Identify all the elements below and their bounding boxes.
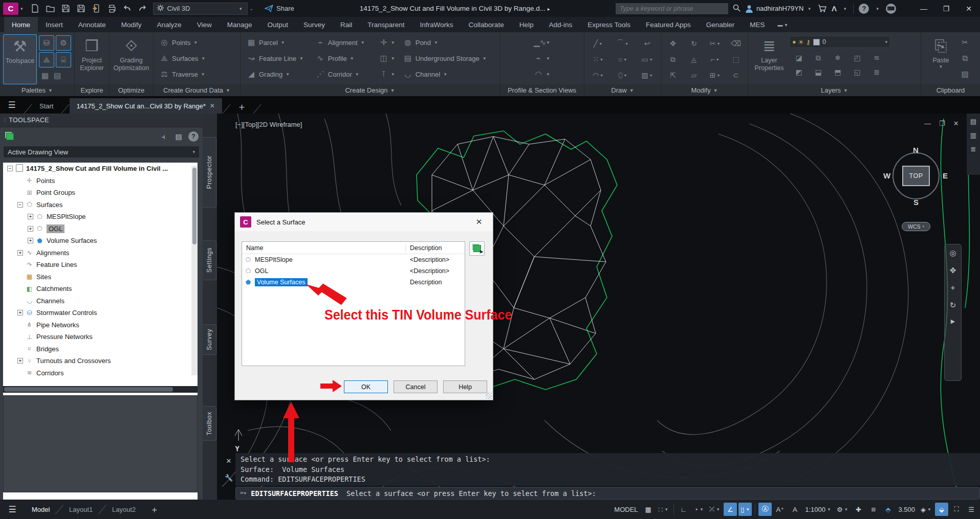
stretch-icon[interactable]: ⇱ [663, 67, 683, 83]
tree-item-stormwater-controls[interactable]: +⛁Stormwater Controls [3, 307, 198, 319]
qat-customize-caret[interactable]: ⌄ [248, 6, 256, 11]
layer-merge-icon[interactable]: ≣ [867, 65, 886, 79]
tree-item-corridors[interactable]: +≋Corridors [3, 367, 198, 379]
array-icon[interactable]: ⊞▼ [705, 67, 725, 83]
compass-east[interactable]: E [943, 171, 948, 180]
full-navigation-wheel-icon[interactable]: ◎ [949, 249, 956, 258]
panel-label-draw[interactable]: Draw▼ [584, 84, 661, 96]
project-explorer-button[interactable]: ❒ Project Explorer [78, 34, 106, 84]
layout-tab-layout1[interactable]: Layout1 [62, 500, 100, 519]
layer-lock-icon[interactable]: ◰ [847, 51, 867, 65]
workspace-selector[interactable]: Civil 3D ▾ [153, 3, 248, 15]
drawing-settings-icon[interactable]: ▦ [39, 70, 51, 82]
tree-item-mespltslope[interactable]: +⬠MESPltSlope [3, 211, 198, 223]
panel-label-palettes[interactable]: Palettes▼ [0, 84, 74, 96]
statusbar-hamburger-icon[interactable]: ☰ [0, 504, 25, 515]
assistant-icon[interactable]: ⌨ [886, 4, 896, 14]
ortho-mode-toggle[interactable]: ∟ [677, 503, 690, 516]
expand-icon[interactable]: + [28, 214, 33, 219]
alignment-menu[interactable]: ⌁Alignment▼ [313, 35, 375, 50]
wcs-selector[interactable]: WCS▾ [902, 222, 930, 231]
layer-prev-icon[interactable]: ⬓ [809, 65, 828, 79]
layer-select[interactable]: ●☀⚷ 0 ▾ [789, 36, 890, 48]
compass-west[interactable]: W [883, 171, 890, 180]
ribbon-tab-manage[interactable]: Manage [220, 17, 260, 32]
layer-isolate-icon[interactable]: ⧉ [809, 51, 828, 65]
palette-icon[interactable]: ▤ [51, 70, 63, 82]
app-logo[interactable]: C [3, 3, 18, 15]
erase-icon[interactable]: ⌫ [726, 36, 746, 51]
expand-icon[interactable]: + [17, 310, 23, 315]
tree-item-point-groups[interactable]: +⊞Point Groups [3, 187, 198, 199]
dialog-resize-grip[interactable] [486, 393, 492, 399]
ribbon-tab-analyze[interactable]: Analyze [149, 17, 189, 32]
copy-clip-icon[interactable]: ⧉ [957, 51, 975, 65]
dialog-title-bar[interactable]: C Select a Surface ✕ [235, 213, 493, 231]
compass-north[interactable]: N [913, 146, 919, 154]
pond-menu[interactable]: ◍Pond▼ [400, 35, 496, 50]
collapse-icon[interactable]: − [17, 202, 23, 208]
surface-list[interactable]: Name Description ⬠MESPltSlope<Descriptio… [242, 241, 465, 366]
toolspace-title-bar[interactable]: ⁞TOOLSPACE [0, 114, 203, 127]
tree-item-ogl[interactable]: +⬠OGL [3, 223, 198, 235]
layer-properties-button[interactable]: ≣ Layer Properties [751, 34, 787, 84]
showmotion-icon[interactable]: ▶ [951, 318, 955, 325]
new-layout-button[interactable]: ＋ [143, 504, 166, 515]
intersection-icon[interactable]: ✛▼ [377, 35, 398, 50]
dialog-close-icon[interactable]: ✕ [470, 215, 488, 229]
open-folder-icon[interactable] [46, 4, 56, 14]
viewport-window-controls[interactable]: —❐✕ [924, 120, 959, 127]
close-button[interactable]: ✕ [957, 1, 980, 17]
isodraft-toggle[interactable]: ⤫▼ [707, 503, 722, 516]
panel-label-explore[interactable]: Explore [75, 84, 109, 96]
tree-item-pipe-networks[interactable]: +⋔Pipe Networks [3, 319, 198, 331]
preview-toggle-icon[interactable]: ▤ [173, 131, 184, 142]
minimize-button[interactable]: — [912, 1, 935, 17]
tree-item-points[interactable]: +✛Points [3, 175, 198, 187]
layer-match-icon[interactable]: ≋ [867, 51, 886, 65]
layer-elevation-icon[interactable]: ⬘ [882, 503, 895, 516]
underground-storage-menu[interactable]: ▤Underground Storage▼ [400, 51, 496, 65]
tree-item-bridges[interactable]: +⌗Bridges [3, 343, 198, 355]
tree-item-volume-surfaces[interactable]: +⬟Volume Surfaces [3, 235, 198, 247]
share-button[interactable]: Share [265, 4, 294, 13]
redo-icon[interactable] [138, 4, 148, 14]
mobile-share-icon[interactable] [92, 4, 102, 14]
toolspace-h-scrollbar[interactable] [3, 386, 198, 393]
layer-walk-icon[interactable]: ◩ [789, 65, 809, 79]
panel-label-design[interactable]: Create Design▼ [241, 84, 499, 96]
snap-mode-toggle[interactable]: ⸬▼ [657, 503, 671, 516]
recent-commands-icon[interactable]: ⌨▾ [240, 490, 247, 497]
ribbon-tab-express-tools[interactable]: Express Tools [580, 17, 638, 32]
close-drawing-tab-icon[interactable]: ✕ [210, 102, 215, 109]
pipe-network-create-icon[interactable]: ⊺▼ [377, 67, 398, 81]
grading-optimization-button[interactable]: ⟐ Grading Optimization [113, 34, 150, 84]
tree-item-feature-lines[interactable]: +↷Feature Lines [3, 259, 198, 271]
tree-item-pressure-networks[interactable]: +⊥Pressure Networks [3, 331, 198, 343]
ribbon-tab-modify[interactable]: Modify [114, 17, 149, 32]
ribbon-tab-help[interactable]: Help [512, 17, 541, 32]
panel-label-ground[interactable]: Create Ground Data▼ [154, 84, 240, 96]
compass-south[interactable]: S [913, 198, 919, 207]
commandline-customize-icon[interactable]: 🔧 [225, 474, 233, 482]
ribbon-tab-survey[interactable]: Survey [296, 17, 333, 32]
collapse-icon[interactable]: − [7, 166, 13, 171]
new-drawing-tab-button[interactable]: ＋ [231, 100, 253, 114]
dock-palette-icon-1[interactable]: ▤ [970, 118, 976, 125]
cut-icon[interactable]: ✂ [957, 35, 975, 50]
view-selector-dropdown[interactable]: Active Drawing View ▾ [3, 146, 200, 158]
command-input-line[interactable]: ⌨▾ EDITSURFACEPROPERTIES Select a surfac… [235, 487, 980, 500]
ribbon-tab-annotate[interactable]: Annotate [71, 17, 114, 32]
points-menu[interactable]: ◎Points▼ [157, 35, 237, 50]
grid-display-toggle[interactable]: ▦ [642, 503, 655, 516]
ribbon-minimize-control[interactable]: ▬ ▾ [773, 17, 793, 32]
section-views-icon[interactable]: ◠▼ [531, 67, 553, 81]
save-icon[interactable] [61, 4, 71, 14]
orbit-icon[interactable]: ↻ [950, 301, 956, 310]
profile-menu[interactable]: ∿Profile▼ [313, 51, 375, 65]
annotation-autoscale-toggle[interactable]: A⁺ [773, 503, 787, 516]
point-icon[interactable]: ⁙▼ [586, 52, 610, 67]
new-file-icon[interactable] [30, 4, 40, 14]
zoom-extents-icon[interactable]: ⌖ [951, 283, 955, 292]
ok-button[interactable]: OK [344, 380, 388, 393]
